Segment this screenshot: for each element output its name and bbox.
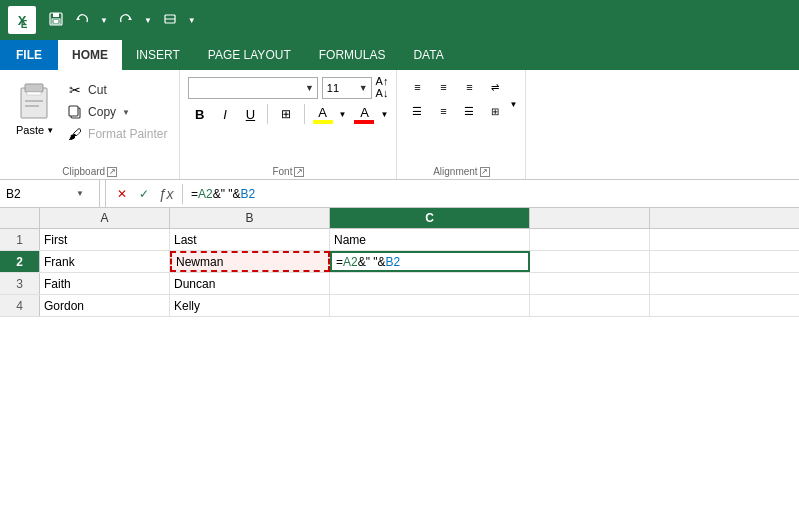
alignment-controls: ≡ ≡ ≡ ⇌ ☰ ≡ ☰ ⊞ ▼ — [405, 76, 517, 122]
align-top-right-button[interactable]: ≡ — [457, 76, 481, 98]
undo-dropdown-icon[interactable]: ▼ — [96, 14, 112, 27]
col-header-b[interactable]: B — [170, 208, 330, 228]
font-group: ▼ ▼ A↑ A↓ B I U ⊞ A — [180, 70, 397, 179]
copy-dropdown-arrow[interactable]: ▼ — [122, 108, 130, 117]
border-button[interactable]: ⊞ — [273, 103, 299, 125]
tab-insert[interactable]: INSERT — [122, 40, 194, 70]
formula-controls: ✕ ✓ ƒx — [106, 184, 183, 204]
font-color-button[interactable]: A — [352, 105, 378, 124]
paste-dropdown-arrow[interactable]: ▼ — [46, 126, 54, 135]
redo-icon[interactable] — [114, 9, 138, 32]
font-decrease-icon[interactable]: A↓ — [376, 88, 389, 99]
table-row: 1 First Last Name — [0, 229, 799, 251]
row-num-3: 3 — [0, 273, 40, 294]
tab-file[interactable]: FILE — [0, 40, 58, 70]
format-painter-icon: 🖌 — [66, 125, 84, 143]
svg-rect-1 — [53, 13, 59, 17]
cell-a3[interactable]: Faith — [40, 273, 170, 294]
clipboard-dialog-btn[interactable]: ↗ — [107, 167, 117, 177]
cell-d4[interactable] — [530, 295, 650, 316]
font-size-dropdown[interactable]: ▼ — [322, 77, 372, 99]
paste-label: Paste — [16, 124, 44, 136]
confirm-formula-button[interactable]: ✓ — [134, 184, 154, 204]
align-top-center-button[interactable]: ≡ — [431, 76, 455, 98]
copy-label: Copy — [88, 105, 116, 119]
align-left-button[interactable]: ☰ — [405, 100, 429, 122]
align-top-left-button[interactable]: ≡ — [405, 76, 429, 98]
svg-marker-5 — [128, 17, 132, 20]
copy-button[interactable]: Copy ▼ — [64, 102, 169, 122]
column-headers: A B C — [0, 208, 799, 229]
svg-rect-3 — [54, 20, 59, 23]
title-bar: X E ▼ ▼ ▼ — [0, 0, 799, 40]
col-header-a[interactable]: A — [40, 208, 170, 228]
underline-button[interactable]: U — [239, 103, 261, 125]
ribbon-tab-bar: FILE HOME INSERT PAGE LAYOUT FORMULAS DA… — [0, 40, 799, 70]
cell-d2[interactable] — [530, 251, 650, 272]
col-header-d[interactable] — [530, 208, 650, 228]
merge-dropdown[interactable]: ▼ — [509, 100, 517, 122]
formula-input[interactable]: =A2&" "&B2 — [183, 187, 799, 201]
align-center-button[interactable]: ≡ — [431, 100, 455, 122]
cell-b4[interactable]: Kelly — [170, 295, 330, 316]
clipboard-group-label: Clipboard ↗ — [62, 164, 117, 177]
paste-icon — [17, 80, 53, 124]
insert-function-button[interactable]: ƒx — [156, 184, 176, 204]
cell-b1[interactable]: Last — [170, 229, 330, 250]
cell-d1[interactable] — [530, 229, 650, 250]
clipboard-items: ✂ Cut Copy ▼ 🖌 Format Painter — [64, 76, 169, 148]
bold-button[interactable]: B — [188, 103, 210, 125]
cancel-formula-button[interactable]: ✕ — [112, 184, 132, 204]
font-increase-icon[interactable]: A↑ — [376, 76, 389, 87]
align-right-button[interactable]: ☰ — [457, 100, 481, 122]
cell-c3[interactable] — [330, 273, 530, 294]
font-dialog-btn[interactable]: ↗ — [294, 167, 304, 177]
cell-a4[interactable]: Gordon — [40, 295, 170, 316]
cell-b3[interactable]: Duncan — [170, 273, 330, 294]
paste-button[interactable]: Paste ▼ — [10, 76, 60, 140]
font-color-dropdown[interactable]: ▼ — [380, 110, 388, 119]
name-box-dropdown[interactable]: ▼ — [76, 189, 84, 198]
redo-dropdown-icon[interactable]: ▼ — [140, 14, 156, 27]
cell-c4[interactable] — [330, 295, 530, 316]
svg-rect-10 — [25, 100, 43, 102]
row-number-header — [0, 208, 40, 228]
font-family-input[interactable] — [189, 78, 299, 98]
cell-c2[interactable]: =A2&" "&B2 — [330, 251, 530, 272]
cell-a2[interactable]: Frank — [40, 251, 170, 272]
font-family-dropdown[interactable]: ▼ — [188, 77, 317, 99]
alignment-dialog-btn[interactable]: ↗ — [480, 167, 490, 177]
undo-icon[interactable] — [70, 9, 94, 32]
customize-qat-icon[interactable]: ▼ — [184, 14, 200, 27]
italic-button[interactable]: I — [214, 103, 236, 125]
copy-icon — [66, 103, 84, 121]
svg-rect-11 — [25, 105, 39, 107]
cell-d3[interactable] — [530, 273, 650, 294]
table-row: 2 Frank Newman =A2&" "&B2 — [0, 251, 799, 273]
font-group-label: Font ↗ — [272, 164, 304, 177]
merge-center-button[interactable]: ⊞ — [483, 100, 507, 122]
name-box-input[interactable] — [6, 187, 76, 201]
font-size-adjusters: A↑ A↓ — [376, 76, 389, 99]
cell-a1[interactable]: First — [40, 229, 170, 250]
touch-mode-icon[interactable] — [158, 9, 182, 32]
tab-data[interactable]: DATA — [399, 40, 457, 70]
cell-b2[interactable]: Newman — [170, 251, 330, 272]
save-icon[interactable] — [44, 9, 68, 32]
tab-formulas[interactable]: FORMULAS — [305, 40, 400, 70]
wrap-text-button[interactable]: ⇌ — [483, 76, 507, 98]
tab-page-layout[interactable]: PAGE LAYOUT — [194, 40, 305, 70]
formula-cell-content: =A2&" "&B2 — [336, 255, 400, 269]
font-size-input[interactable] — [323, 78, 357, 98]
svg-rect-14 — [69, 106, 78, 116]
col-header-c[interactable]: C — [330, 208, 530, 228]
tab-home[interactable]: HOME — [58, 40, 122, 70]
table-row: 3 Faith Duncan — [0, 273, 799, 295]
cell-c1[interactable]: Name — [330, 229, 530, 250]
clipboard-group: Paste ▼ ✂ Cut Copy — [0, 70, 180, 179]
format-painter-button[interactable]: 🖌 Format Painter — [64, 124, 169, 144]
highlight-color-button[interactable]: A — [310, 105, 336, 124]
highlight-dropdown[interactable]: ▼ — [339, 110, 347, 119]
cut-button[interactable]: ✂ Cut — [64, 80, 169, 100]
svg-rect-12 — [27, 92, 41, 95]
